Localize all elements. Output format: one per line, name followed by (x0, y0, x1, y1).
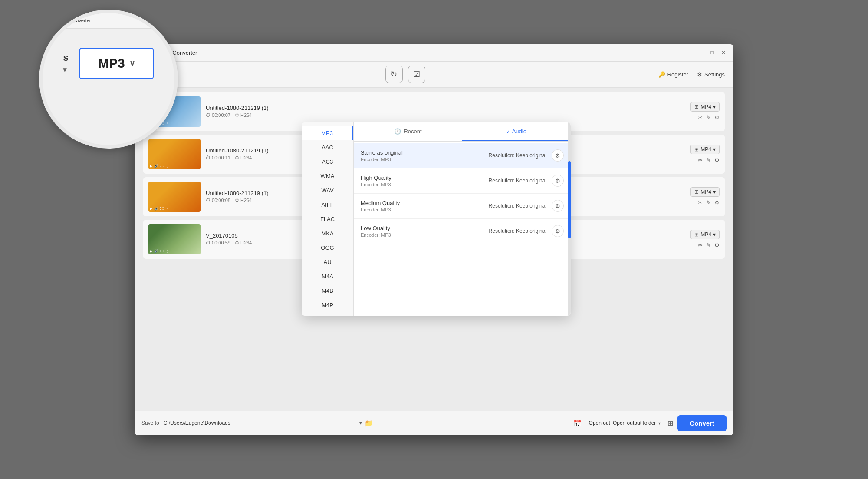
refresh-button[interactable]: ↻ (385, 66, 403, 83)
dropdown-arrow: ▾ (713, 146, 716, 152)
more-icon[interactable]: ⋮ (165, 249, 169, 253)
open-output-folder-label[interactable]: Open output folder (613, 420, 656, 426)
quality-tabs: 🕐 Recent ♪ Audio (354, 122, 571, 142)
magnifier-title: oits Video Converter (48, 18, 91, 23)
format-selector[interactable]: ⊞ MP4 ▾ (690, 145, 720, 154)
grid-icon: ⊞ (694, 231, 699, 238)
scrollbar-thumb[interactable] (568, 161, 571, 238)
open-output-label: Open out (589, 420, 610, 426)
video-thumbnail: ▶ 🔊 ⛶ ⋮ (148, 96, 201, 127)
volume-icon[interactable]: 🔊 (154, 164, 158, 168)
grid-icon: ⊞ (694, 189, 699, 195)
fullscreen-icon[interactable]: ⛶ (160, 164, 164, 168)
format-list-item-mka[interactable]: MKA (302, 226, 353, 241)
play-icon[interactable]: ▶ (150, 164, 152, 168)
action-icons: ✂ ✎ ⚙ (698, 242, 720, 248)
fullscreen-icon[interactable]: ⛶ (160, 122, 164, 126)
format-list-item-aac[interactable]: AAC (302, 140, 353, 155)
maximize-button[interactable]: □ (709, 50, 715, 56)
edit-icon[interactable]: ✎ (706, 114, 711, 121)
cut-icon[interactable]: ✂ (698, 242, 703, 248)
codec: ⚙ H264 (235, 240, 252, 246)
more-icon[interactable]: ⋮ (165, 122, 169, 126)
format-list-item-m4b[interactable]: M4B (302, 284, 353, 298)
fullscreen-icon[interactable]: ⛶ (160, 249, 164, 253)
save-to-path: C:\Users\Eugene\Downloads (164, 420, 355, 426)
format-selector[interactable]: ⊞ MP4 ▾ (690, 230, 720, 239)
calendar-icon[interactable]: 📅 (573, 419, 582, 427)
format-list-item-ogg[interactable]: OGG (302, 241, 353, 255)
format-list-item-ac3[interactable]: AC3 (302, 155, 353, 169)
save-to-label: Save to (141, 420, 159, 426)
format-list-item-m4a[interactable]: M4A (302, 269, 353, 284)
bottombar-icons: 📅 Open out Open output folder ▾ ⊞ (573, 419, 674, 427)
play-icon[interactable]: ▶ (150, 207, 152, 211)
format-list-item-m4p[interactable]: M4P (302, 298, 353, 312)
quality-settings-button[interactable]: ⚙ (552, 200, 564, 212)
scrollbar[interactable] (568, 122, 571, 316)
action-icons: ✂ ✎ ⚙ (698, 157, 720, 163)
toolbar-center: ↻ ☑ (159, 66, 651, 83)
settings-icon[interactable]: ⚙ (714, 199, 720, 206)
action-icons: ✂ ✎ ⚙ (698, 199, 720, 206)
minimize-button[interactable]: ─ (698, 50, 704, 56)
more-icon[interactable]: ⋮ (165, 164, 169, 168)
quality-settings-button[interactable]: ⚙ (552, 149, 564, 162)
close-button[interactable]: ✕ (720, 50, 727, 56)
settings-icon[interactable]: ⚙ (714, 114, 720, 121)
folder-icon[interactable]: 📁 (365, 419, 373, 427)
dropdown-arrow-output[interactable]: ▾ (658, 421, 661, 426)
format-list-item-mp3[interactable]: MP3 (302, 126, 353, 140)
open-output-area: Open out Open output folder ▾ (589, 420, 661, 426)
cut-icon[interactable]: ✂ (698, 157, 703, 163)
format-list-item-flac[interactable]: FLAC (302, 212, 353, 226)
quality-panel: 🕐 Recent ♪ Audio Same as original (354, 122, 571, 316)
quality-settings-button[interactable]: ⚙ (552, 175, 564, 187)
more-icon[interactable]: ⋮ (165, 207, 169, 211)
dropdown-arrow-path[interactable]: ▾ (359, 420, 362, 426)
quality-item-medium[interactable]: Medium Quality Encoder: MP3 Resolution: … (354, 194, 571, 219)
settings-icon[interactable]: ⚙ (714, 242, 720, 248)
add-files-dropdown[interactable]: ▾ (150, 71, 152, 77)
dropdown-arrow: ▾ (713, 104, 716, 110)
convert-button[interactable]: Convert (677, 415, 727, 431)
cut-icon[interactable]: ✂ (698, 114, 703, 121)
fullscreen-icon[interactable]: ⛶ (160, 207, 164, 211)
video-actions: ⊞ MP4 ▾ ✂ ✎ ⚙ (690, 102, 720, 121)
volume-icon[interactable]: 🔊 (154, 249, 158, 253)
codec: ⚙ H264 (235, 112, 252, 118)
clock-icon: 🕐 (394, 128, 401, 135)
grid-view-icon[interactable]: ⊞ (667, 419, 673, 427)
check-button[interactable]: ☑ (408, 66, 425, 83)
format-list-item-aiff[interactable]: AIFF (302, 198, 353, 212)
content-area: ▶ 🔊 ⛶ ⋮ Untitled-1080-211219 (1) ⏱ 00:00… (135, 88, 733, 411)
quality-settings-button[interactable]: ⚙ (552, 225, 564, 237)
toolbar-right: 🔑 Register ⚙ Settings (658, 71, 725, 78)
quality-item-low[interactable]: Low Quality Encoder: MP3 Resolution: Kee… (354, 219, 571, 244)
play-icon[interactable]: ▶ (150, 122, 152, 126)
volume-icon[interactable]: 🔊 (154, 207, 158, 211)
window-controls: ─ □ ✕ (698, 50, 727, 56)
format-list-item-au[interactable]: AU (302, 255, 353, 269)
format-list-item-wav[interactable]: WAV (302, 183, 353, 198)
cut-icon[interactable]: ✂ (698, 199, 703, 206)
volume-icon[interactable]: 🔊 (154, 122, 158, 126)
quality-item-high[interactable]: High Quality Encoder: MP3 Resolution: Ke… (354, 168, 571, 194)
settings-link[interactable]: ⚙ Settings (697, 71, 725, 78)
format-selector[interactable]: ⊞ MP4 ▾ (690, 102, 720, 112)
edit-icon[interactable]: ✎ (706, 157, 711, 163)
format-list-item-wma[interactable]: WMA (302, 169, 353, 183)
quality-item-info: Low Quality Encoder: MP3 (361, 225, 489, 238)
tab-audio[interactable]: ♪ Audio (462, 122, 571, 141)
tab-recent[interactable]: 🕐 Recent (354, 122, 462, 141)
edit-icon[interactable]: ✎ (706, 199, 711, 206)
action-icons: ✂ ✎ ⚙ (698, 114, 720, 121)
edit-icon[interactable]: ✎ (706, 242, 711, 248)
quality-item-same-as-original[interactable]: Same as original Encoder: MP3 Resolution… (354, 143, 571, 168)
video-actions: ⊞ MP4 ▾ ✂ ✎ ⚙ (690, 230, 720, 248)
register-link[interactable]: 🔑 Register (658, 71, 688, 78)
format-selector[interactable]: ⊞ MP4 ▾ (690, 187, 720, 197)
quality-item-info: Medium Quality Encoder: MP3 (361, 200, 489, 212)
settings-icon[interactable]: ⚙ (714, 157, 720, 163)
play-icon[interactable]: ▶ (150, 249, 152, 253)
